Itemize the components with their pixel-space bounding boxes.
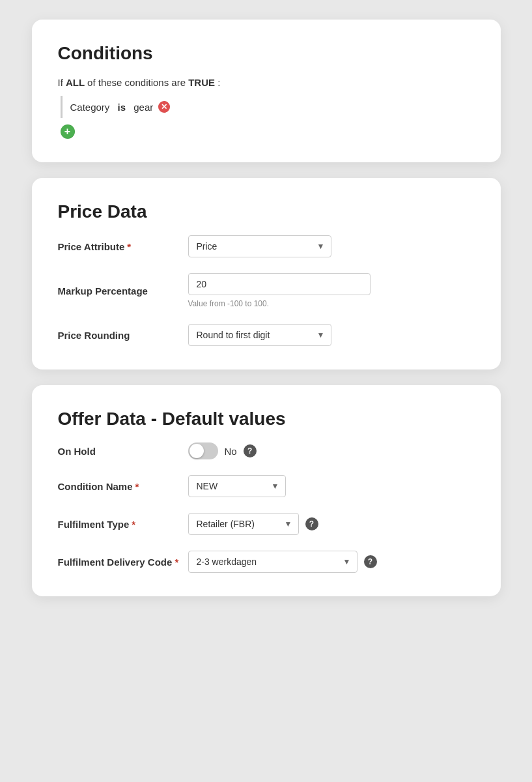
fulfilment-type-select[interactable]: Retailer (FBR) Bol.com (FBB)	[188, 513, 299, 535]
condition-row: Category is gear ✕	[61, 96, 475, 118]
markup-helper: Value from -100 to 100.	[188, 299, 371, 308]
intro-if: If	[58, 77, 63, 88]
price-rounding-select[interactable]: Round to first digit Round to whole numb…	[188, 324, 331, 346]
condition-name-row: Condition Name* NEW AS_NEW GOOD REASONAB…	[58, 475, 475, 497]
fulfilment-delivery-select-help: 2-3 werkdagen 1-2 werkdagen 3-5 werkdage…	[188, 551, 377, 573]
intro-middle: of these conditions are	[87, 77, 186, 88]
fulfilment-delivery-row: Fulfilment Delivery Code* 2-3 werkdagen …	[58, 551, 475, 573]
condition-name-field: NEW AS_NEW GOOD REASONABLE MODERATE ▼	[188, 475, 286, 497]
toggle-knob	[189, 444, 204, 458]
required-star-2: *	[135, 481, 139, 492]
price-attribute-select-wrapper: Price Special Price Cost ▼	[188, 235, 331, 257]
fulfilment-type-select-help: Retailer (FBR) Bol.com (FBB) ▼ ?	[188, 513, 318, 535]
on-hold-row: On Hold No ?	[58, 442, 475, 459]
price-attribute-label: Price Attribute*	[58, 241, 188, 252]
fulfilment-delivery-select-wrapper: 2-3 werkdagen 1-2 werkdagen 3-5 werkdage…	[188, 551, 357, 573]
offer-data-card: Offer Data - Default values On Hold No ?…	[32, 385, 501, 596]
condition-name-select-wrapper: NEW AS_NEW GOOD REASONABLE MODERATE ▼	[188, 475, 286, 497]
intro-all: ALL	[66, 77, 85, 88]
markup-field: Value from -100 to 100.	[188, 273, 371, 308]
fulfilment-type-label: Fulfilment Type*	[58, 519, 188, 530]
fulfilment-delivery-select[interactable]: 2-3 werkdagen 1-2 werkdagen 3-5 werkdage…	[188, 551, 357, 573]
condition-key: Category	[70, 102, 110, 113]
add-condition-button[interactable]: +	[61, 124, 75, 139]
intro-true: TRUE	[188, 77, 215, 88]
condition-name-label: Condition Name*	[58, 481, 188, 492]
price-data-card: Price Data Price Attribute* Price Specia…	[32, 178, 501, 369]
on-hold-help-icon[interactable]: ?	[244, 444, 257, 457]
markup-percentage-row: Markup Percentage Value from -100 to 100…	[58, 273, 475, 308]
on-hold-toggle[interactable]	[188, 442, 218, 459]
on-hold-label: On Hold	[58, 446, 188, 457]
required-star-3: *	[132, 519, 135, 530]
on-hold-field: No ?	[188, 442, 257, 459]
fulfilment-type-field: Retailer (FBR) Bol.com (FBB) ▼ ?	[188, 513, 318, 535]
conditions-card: Conditions If ALL of these conditions ar…	[32, 20, 501, 162]
fulfilment-delivery-field: 2-3 werkdagen 1-2 werkdagen 3-5 werkdage…	[188, 551, 377, 573]
condition-op: is	[115, 102, 128, 113]
offer-data-title: Offer Data - Default values	[58, 409, 475, 429]
condition-name-select[interactable]: NEW AS_NEW GOOD REASONABLE MODERATE	[188, 475, 286, 497]
condition-value: gear	[133, 102, 153, 113]
markup-input[interactable]	[188, 273, 371, 295]
required-star: *	[127, 241, 131, 252]
intro-suffix: :	[217, 77, 220, 88]
price-rounding-field: Round to first digit Round to whole numb…	[188, 324, 331, 346]
conditions-title: Conditions	[58, 43, 475, 64]
fulfilment-delivery-label: Fulfilment Delivery Code*	[58, 557, 188, 568]
price-rounding-select-wrapper: Round to first digit Round to whole numb…	[188, 324, 331, 346]
price-attribute-select[interactable]: Price Special Price Cost	[188, 235, 331, 257]
price-attribute-field: Price Special Price Cost ▼	[188, 235, 331, 257]
fulfilment-type-row: Fulfilment Type* Retailer (FBR) Bol.com …	[58, 513, 475, 535]
conditions-intro: If ALL of these conditions are TRUE :	[58, 77, 475, 88]
price-attribute-row: Price Attribute* Price Special Price Cos…	[58, 235, 475, 257]
price-data-title: Price Data	[58, 201, 475, 222]
remove-condition-button[interactable]: ✕	[158, 101, 170, 113]
markup-label: Markup Percentage	[58, 285, 188, 297]
price-rounding-label: Price Rounding	[58, 330, 188, 341]
price-rounding-row: Price Rounding Round to first digit Roun…	[58, 324, 475, 346]
fulfilment-type-help-icon[interactable]: ?	[305, 517, 318, 530]
required-star-4: *	[175, 557, 178, 568]
fulfilment-delivery-help-icon[interactable]: ?	[364, 555, 377, 568]
on-hold-text: No	[225, 446, 237, 457]
fulfilment-type-select-wrapper: Retailer (FBR) Bol.com (FBB) ▼	[188, 513, 299, 535]
